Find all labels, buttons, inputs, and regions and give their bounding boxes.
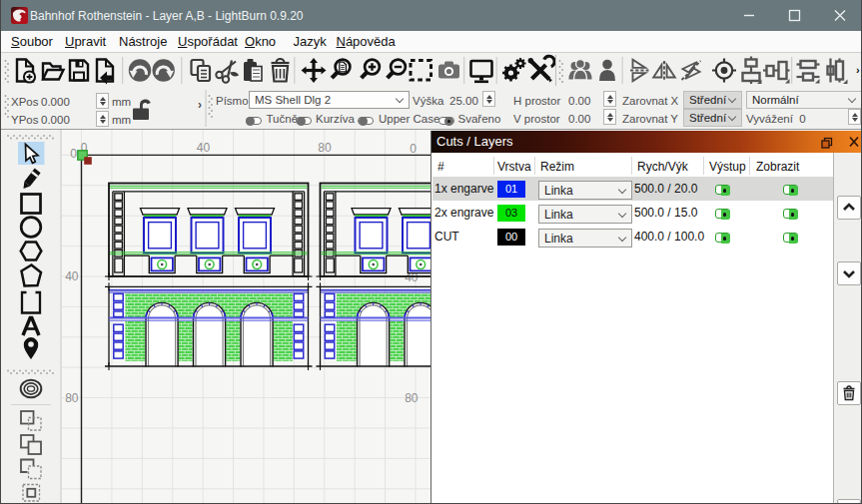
svg-text:40: 40	[197, 141, 211, 155]
svg-text:40: 40	[65, 269, 79, 283]
svg-text:80: 80	[405, 391, 419, 405]
svg-text:0: 0	[410, 142, 417, 156]
svg-text:›: ›	[856, 64, 860, 76]
svg-text:80: 80	[65, 391, 79, 405]
svg-text:0: 0	[70, 147, 77, 161]
svg-text:80: 80	[318, 141, 332, 155]
